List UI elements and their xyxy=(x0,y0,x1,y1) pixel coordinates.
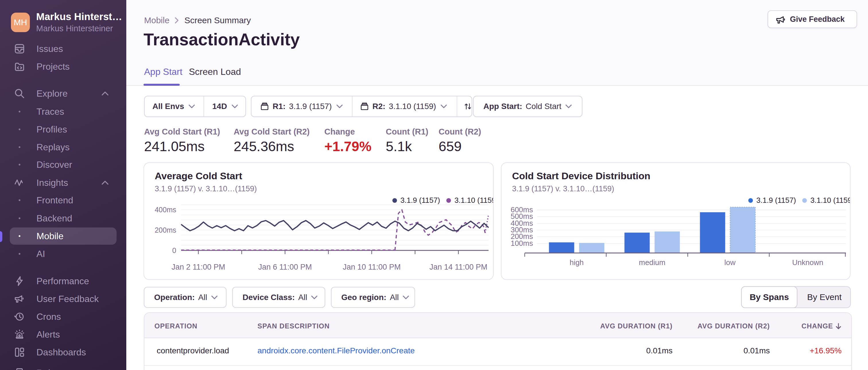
svg-text:400ms: 400ms xyxy=(155,206,176,214)
svg-text:100ms: 100ms xyxy=(510,239,533,247)
svg-text:Jan 14 11:00 PM: Jan 14 11:00 PM xyxy=(429,263,487,271)
svg-text:high: high xyxy=(569,258,584,267)
svg-text:200ms: 200ms xyxy=(155,226,176,234)
svg-text:Jan 6 11:00 PM: Jan 6 11:00 PM xyxy=(258,263,312,271)
svg-text:Unknown: Unknown xyxy=(792,258,823,267)
svg-text:low: low xyxy=(724,258,735,267)
svg-text:Jan 10 11:00 PM: Jan 10 11:00 PM xyxy=(343,263,401,271)
svg-text:0: 0 xyxy=(172,246,176,255)
svg-text:medium: medium xyxy=(639,258,665,267)
svg-text:Jan 2 11:00 PM: Jan 2 11:00 PM xyxy=(172,263,225,271)
